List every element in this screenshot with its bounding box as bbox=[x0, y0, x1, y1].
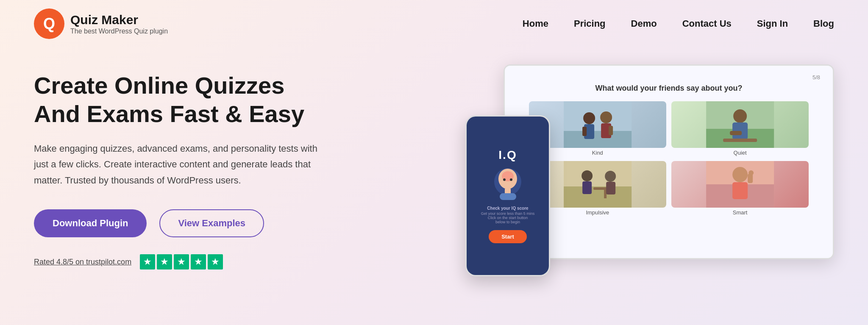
star-3: ★ bbox=[174, 254, 189, 269]
svg-rect-1 bbox=[564, 131, 632, 148]
svg-point-10 bbox=[733, 109, 747, 123]
hero-title: Create Online Quizzes And Exams Fast & E… bbox=[34, 71, 331, 128]
laptop-screen: 5/8 What would your friends say about yo… bbox=[505, 66, 833, 258]
logo-area[interactable]: Q Quiz Maker The best WordPress Quiz plu… bbox=[34, 8, 168, 39]
quiz-label-impulsive: Impulsive bbox=[586, 209, 609, 216]
svg-rect-13 bbox=[723, 139, 757, 142]
svg-rect-17 bbox=[582, 181, 592, 194]
nav-signin[interactable]: Sign In bbox=[757, 18, 788, 29]
quiz-label-quiet: Quiet bbox=[734, 150, 747, 156]
quiz-label-kind: Kind bbox=[592, 150, 603, 156]
quiz-image-smart bbox=[671, 161, 809, 208]
svg-rect-25 bbox=[732, 182, 748, 199]
svg-point-27 bbox=[748, 170, 754, 175]
svg-point-34 bbox=[510, 178, 512, 181]
quiz-progress: 5/8 bbox=[513, 74, 824, 81]
hero-left: Create Online Quizzes And Exams Fast & E… bbox=[34, 71, 331, 270]
svg-point-33 bbox=[503, 178, 506, 181]
svg-rect-12 bbox=[730, 131, 742, 135]
hero-section: Create Online Quizzes And Exams Fast & E… bbox=[0, 47, 868, 293]
phone-iq-label: I.Q bbox=[498, 148, 517, 162]
phone-desc-2: Get your score less than 5 mins bbox=[481, 211, 535, 216]
hero-description: Make engaging quizzes, advanced exams, a… bbox=[34, 141, 331, 188]
svg-point-2 bbox=[583, 112, 595, 124]
view-examples-button[interactable]: View Examples bbox=[159, 209, 264, 237]
svg-rect-32 bbox=[500, 193, 516, 200]
star-2: ★ bbox=[157, 254, 172, 269]
svg-rect-7 bbox=[609, 126, 613, 135]
hero-buttons: Download Plugin View Examples bbox=[34, 209, 331, 237]
laptop-mockup: 5/8 What would your friends say about yo… bbox=[504, 64, 834, 259]
quiz-option-quiet[interactable]: Quiet bbox=[671, 101, 809, 156]
svg-rect-31 bbox=[505, 188, 511, 194]
nav-demo[interactable]: Demo bbox=[631, 18, 657, 29]
brand-subtitle: The best WordPress Quiz plugin bbox=[70, 28, 168, 35]
nav-contact[interactable]: Contact Us bbox=[682, 18, 732, 29]
nav-home[interactable]: Home bbox=[523, 18, 548, 29]
phone-desc-1: Check your IQ score bbox=[481, 206, 535, 211]
phone-screen: I.Q Check bbox=[467, 117, 549, 275]
svg-point-16 bbox=[581, 170, 593, 181]
trustpilot-link[interactable]: Rated 4.8/5 on trustpilot.com bbox=[34, 258, 131, 267]
quiz-image-grid: Kind bbox=[529, 101, 809, 216]
nav-blog[interactable]: Blog bbox=[813, 18, 834, 29]
star-4: ★ bbox=[191, 254, 206, 269]
phone-desc-4: below to begin bbox=[481, 220, 535, 224]
svg-point-20 bbox=[605, 171, 616, 182]
svg-point-5 bbox=[600, 111, 612, 123]
quiz-option-smart[interactable]: Smart bbox=[671, 161, 809, 216]
logo-icon: Q bbox=[34, 8, 64, 39]
svg-rect-4 bbox=[582, 127, 587, 136]
quiz-image-quiet bbox=[671, 101, 809, 148]
phone-mockup: I.Q Check bbox=[465, 115, 550, 276]
brand-title: Quiz Maker bbox=[70, 12, 168, 28]
brain-icon bbox=[492, 167, 524, 201]
quiz-label-smart: Smart bbox=[733, 209, 748, 216]
hero-devices: 5/8 What would your friends say about yo… bbox=[453, 64, 834, 276]
star-rating: ★ ★ ★ ★ ★ bbox=[140, 254, 223, 269]
svg-point-24 bbox=[732, 167, 748, 182]
phone-desc-3: Click on the start button bbox=[481, 216, 535, 220]
star-5: ★ bbox=[208, 254, 223, 269]
trustpilot-area: Rated 4.8/5 on trustpilot.com ★ ★ ★ ★ ★ bbox=[34, 254, 331, 269]
star-1: ★ bbox=[140, 254, 155, 269]
phone-description: Check your IQ score Get your score less … bbox=[481, 206, 535, 224]
svg-rect-21 bbox=[606, 182, 615, 194]
phone-start-button[interactable]: Start bbox=[489, 230, 527, 243]
nav-pricing[interactable]: Pricing bbox=[574, 18, 606, 29]
main-nav: Home Pricing Demo Contact Us Sign In Blo… bbox=[523, 18, 834, 29]
download-plugin-button[interactable]: Download Plugin bbox=[34, 209, 147, 237]
quiz-question: What would your friends say about you? bbox=[595, 84, 742, 93]
